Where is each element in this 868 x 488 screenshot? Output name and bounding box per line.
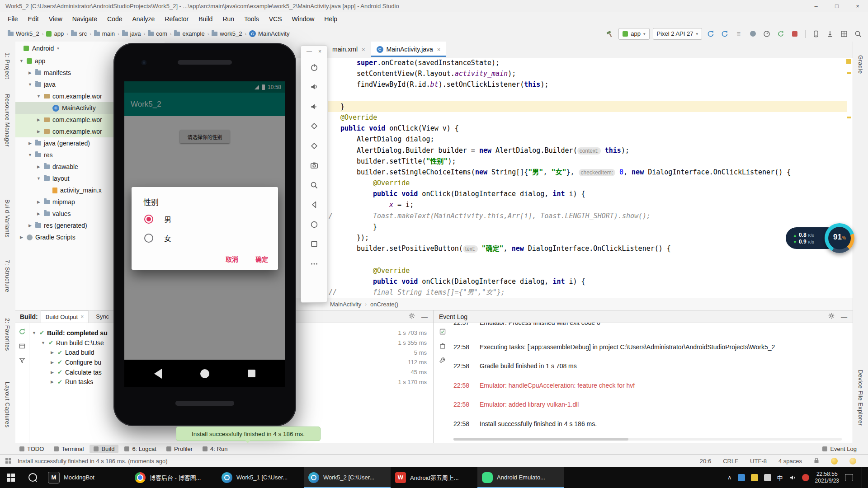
run-coverage-icon[interactable]: [775, 28, 786, 39]
radio-icon[interactable]: [144, 234, 153, 243]
menu-window[interactable]: Window: [287, 12, 320, 26]
back-icon[interactable]: [154, 369, 162, 379]
emulator-back-button[interactable]: [305, 195, 323, 215]
run-config-select[interactable]: app ▾: [618, 28, 649, 40]
menu-edit[interactable]: Edit: [23, 12, 44, 26]
right-strip-gradle[interactable]: Gradle: [857, 55, 864, 74]
line-ending[interactable]: CRLF: [723, 458, 738, 465]
toolwindow-button-terminal[interactable]: Terminal: [50, 445, 88, 453]
breadcrumb-method[interactable]: onCreate(): [370, 301, 398, 308]
taskbar-app-mockingbot[interactable]: MMockingBot: [43, 467, 130, 488]
menu-build[interactable]: Build: [193, 12, 217, 26]
left-strip-layout-captures[interactable]: Layout Captures: [4, 382, 11, 427]
task-list-icon[interactable]: ≡: [733, 28, 744, 39]
build-hammer-icon[interactable]: [604, 28, 615, 39]
menu-run[interactable]: Run: [217, 12, 239, 26]
tray-app-icon[interactable]: [738, 474, 745, 481]
taskbar-clock[interactable]: 22:58:552021/9/23: [815, 471, 839, 484]
start-button[interactable]: [0, 467, 22, 488]
emulator-power-button[interactable]: [305, 57, 323, 77]
breadcrumb-item-Work5_2[interactable]: Work5_2: [6, 30, 41, 37]
warning-stripe-mark[interactable]: [847, 117, 851, 118]
emulator-window[interactable]: 10:58 Work5_2 请选择你的性别 性别 男女 取消 确定: [113, 43, 296, 426]
layout-inspector-icon[interactable]: [839, 28, 849, 39]
left-strip-build-variants[interactable]: Build Variants: [4, 199, 11, 238]
emulator-zoom-button[interactable]: [305, 175, 323, 195]
emulator-more-button[interactable]: [305, 254, 323, 274]
menu-navigate[interactable]: Navigate: [67, 12, 102, 26]
breadcrumb-item-example[interactable]: example: [173, 30, 206, 37]
menu-help[interactable]: Help: [319, 12, 342, 26]
toolwindow-button-event-log[interactable]: Event Log: [818, 445, 861, 453]
taskbar-app-wps[interactable]: WAndroid第五周上...: [391, 467, 477, 488]
file-encoding[interactable]: UTF-8: [750, 458, 767, 465]
breadcrumb-item-app[interactable]: app: [45, 30, 65, 37]
breadcrumb-item-java[interactable]: java: [121, 30, 142, 37]
hide-panel-icon[interactable]: —: [841, 313, 847, 320]
minimize-icon[interactable]: —: [307, 48, 312, 55]
close-button[interactable]: ×: [847, 0, 868, 12]
editor-tab-mainactivity-java[interactable]: CMainActivity.java×: [371, 42, 447, 57]
stop-icon[interactable]: [789, 28, 800, 39]
search-everywhere-icon[interactable]: [853, 28, 863, 39]
menu-vcs[interactable]: VCS: [264, 12, 287, 26]
install-notification[interactable]: Install successfully finished in 4 s 186…: [176, 427, 321, 441]
breadcrumb-item-src[interactable]: src: [70, 30, 88, 37]
minimize-button[interactable]: –: [806, 0, 826, 12]
ime-indicator[interactable]: 中: [777, 473, 783, 482]
taskbar-search-button[interactable]: [22, 467, 43, 488]
menu-file[interactable]: File: [3, 12, 23, 26]
left-strip-1-project[interactable]: 1: Project: [4, 52, 11, 79]
emulator-rotate-left-button[interactable]: [305, 117, 323, 136]
show-desktop-button[interactable]: [862, 467, 864, 488]
left-strip-2-favorites[interactable]: 2: Favorites: [4, 318, 11, 351]
menu-refactor[interactable]: Refactor: [160, 12, 193, 26]
radio-option-男[interactable]: 男: [132, 212, 278, 226]
breadcrumb-class[interactable]: MainActivity: [330, 301, 361, 308]
attach-debugger-icon[interactable]: [719, 28, 730, 39]
gear-icon[interactable]: [828, 313, 835, 320]
horizontal-scrollbar[interactable]: [453, 438, 842, 441]
taskbar-app-chrome[interactable]: 博客后台 - 博客园...: [130, 467, 217, 488]
cancel-button[interactable]: 取消: [226, 254, 238, 263]
toolwindow-button-build[interactable]: Build: [90, 445, 118, 453]
notification-smiley-icon[interactable]: [831, 458, 838, 465]
action-center-icon[interactable]: [845, 474, 853, 481]
tray-app-icon[interactable]: [764, 474, 771, 481]
avd-manager-icon[interactable]: [811, 28, 821, 39]
menu-tools[interactable]: Tools: [239, 12, 264, 26]
maximize-button[interactable]: □: [826, 0, 847, 12]
emulator-rotate-right-button[interactable]: [305, 136, 323, 156]
emulator-volume-up-button[interactable]: [305, 77, 323, 97]
radio-option-女[interactable]: 女: [132, 231, 278, 245]
net-speed-widget[interactable]: ▲0.8K/s ▼0.9K/s 91 %: [786, 223, 854, 253]
emulator-volume-down-button[interactable]: [305, 97, 323, 117]
emulator-camera-button[interactable]: [305, 156, 323, 176]
feedback-smiley-icon[interactable]: [849, 458, 856, 465]
toolwindow-button-6-logcat[interactable]: 6: Logcat: [120, 445, 160, 453]
left-strip-7-structure[interactable]: 7: Structure: [4, 260, 11, 292]
overview-icon[interactable]: [248, 370, 255, 377]
build-tab-build-output[interactable]: Build Output×: [41, 310, 89, 323]
rerun-build-icon[interactable]: [19, 328, 26, 335]
gear-icon[interactable]: [409, 313, 415, 320]
taskbar-app-emulator[interactable]: Android Emulato...: [477, 467, 564, 488]
tab-close-icon[interactable]: ×: [80, 314, 84, 320]
ok-button[interactable]: 确定: [255, 254, 268, 263]
device-select[interactable]: Pixel 2 API 27 ▾: [653, 28, 702, 40]
build-tab-sync[interactable]: Sync: [91, 311, 113, 323]
code-editor[interactable]: super.onCreate(savedInstanceState);setCo…: [328, 57, 847, 298]
breadcrumb-item-main[interactable]: main: [93, 30, 116, 37]
menu-code[interactable]: Code: [102, 12, 127, 26]
hide-panel-icon[interactable]: —: [421, 313, 428, 320]
home-icon[interactable]: [200, 369, 209, 378]
caret-position[interactable]: 20:6: [700, 458, 711, 465]
menu-analyze[interactable]: Analyze: [127, 12, 160, 26]
volume-icon[interactable]: [789, 474, 796, 481]
toolwindow-button-todo[interactable]: TODO: [15, 445, 48, 453]
breadcrumb-item-work5_2[interactable]: work5_2: [210, 30, 243, 37]
sdk-manager-icon[interactable]: [825, 28, 835, 39]
inspection-indicator[interactable]: [846, 59, 851, 64]
restore-view-icon[interactable]: [19, 343, 26, 350]
tab-close-icon[interactable]: ×: [437, 46, 441, 53]
